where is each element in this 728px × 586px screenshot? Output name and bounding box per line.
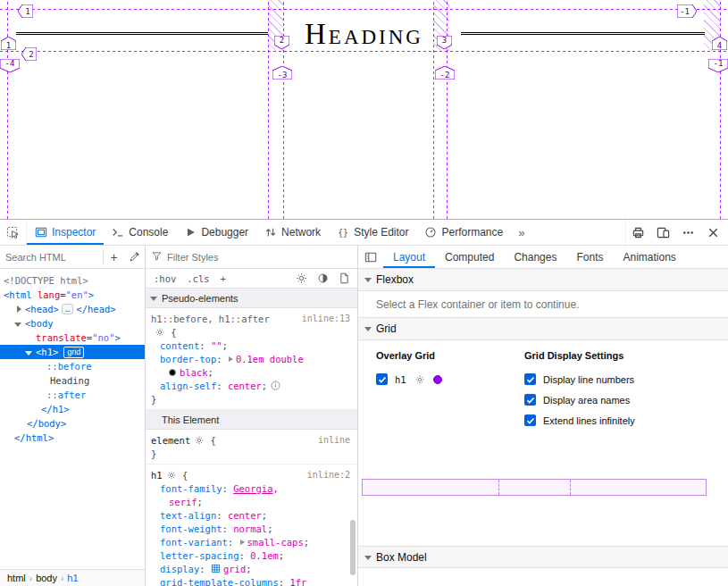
code-prop[interactable]: align-self xyxy=(160,381,216,391)
code-val[interactable]: small-caps xyxy=(247,537,304,548)
code-val[interactable]: 0.1em xyxy=(250,550,279,561)
css-rule-line[interactable]: { xyxy=(146,325,357,339)
code-sel[interactable]: h1 xyxy=(151,470,163,481)
markup-node[interactable]: </html> xyxy=(0,431,145,445)
code-prop[interactable]: content xyxy=(160,340,199,351)
print-media-simulation-icon[interactable] xyxy=(334,270,354,288)
code-sel-muted[interactable]: h1::before, h1::after xyxy=(151,314,270,324)
code-val[interactable]: , xyxy=(272,483,278,494)
css-rule-line[interactable]: black; xyxy=(146,365,357,379)
twisty-icon[interactable] xyxy=(14,320,22,328)
info-icon[interactable] xyxy=(271,381,280,390)
breadcrumb-item-h1[interactable]: h1 xyxy=(67,573,78,583)
markup-node[interactable]: translate="no"> xyxy=(0,331,145,345)
css-rule-line[interactable]: } xyxy=(146,392,357,406)
search-html-input[interactable] xyxy=(0,252,103,263)
toggle-cls[interactable]: .cls xyxy=(182,272,213,286)
markup-node[interactable]: </body> xyxy=(0,416,145,431)
css-rule-line[interactable]: serif; xyxy=(146,495,357,508)
code-val[interactable]: grid xyxy=(223,564,246,574)
css-rule-line[interactable]: border-top: 0.1em double xyxy=(146,352,357,365)
code-val[interactable]: serif xyxy=(169,497,197,507)
markup-node[interactable]: <h1>grid xyxy=(0,345,145,359)
element-picker-icon[interactable] xyxy=(0,220,27,245)
grid-outline-preview[interactable] xyxy=(362,479,707,496)
css-rule-line[interactable]: letter-spacing: 0.1em; xyxy=(146,548,357,562)
css-rule-line[interactable]: font-weight: normal; xyxy=(146,522,357,535)
markup-node[interactable]: ::before xyxy=(0,359,145,373)
tab-computed[interactable]: Computed xyxy=(435,246,504,268)
code-ellipsis[interactable]: … xyxy=(62,304,73,314)
tab-layout[interactable]: Layout xyxy=(383,246,435,268)
checkbox-checked[interactable] xyxy=(524,373,536,385)
markup-node[interactable]: Heading xyxy=(0,373,145,388)
code-pseudo[interactable]: ::before xyxy=(46,361,92,372)
markup-node[interactable]: <body xyxy=(0,316,145,331)
code-val[interactable]: 0.1em double xyxy=(236,354,304,364)
tab-network[interactable]: Network xyxy=(256,220,329,245)
selector-highlighter-icon[interactable] xyxy=(194,435,205,446)
code-prop[interactable]: border-top xyxy=(160,354,216,364)
code-prop[interactable]: grid-template-columns xyxy=(160,577,279,586)
css-rule-line[interactable]: text-align: center; xyxy=(146,508,357,522)
selector-highlighter-icon[interactable] xyxy=(166,470,177,481)
box-model-section-header[interactable]: Box Model xyxy=(358,546,728,568)
markup-node[interactable]: <html lang="en"> xyxy=(0,288,145,302)
screenshot-icon[interactable] xyxy=(626,221,649,244)
css-rule-line[interactable]: element {inline xyxy=(146,433,357,447)
grid-section-header[interactable]: Grid xyxy=(358,318,728,340)
close-devtools-icon[interactable] xyxy=(701,221,724,244)
eyedropper-icon[interactable] xyxy=(124,247,145,268)
css-rule-line[interactable]: font-family: Georgia, xyxy=(146,481,357,495)
twisty-icon[interactable] xyxy=(14,306,22,314)
code-prop[interactable]: font-family xyxy=(160,483,222,494)
markup-node[interactable]: <head>…</head> xyxy=(0,302,145,316)
code-prop[interactable]: letter-spacing xyxy=(160,550,239,561)
toggle-hov[interactable]: :hov xyxy=(149,272,180,286)
grid-settings-gear-icon[interactable] xyxy=(414,374,425,385)
code-prop[interactable]: display xyxy=(160,564,199,574)
tab-changes[interactable]: Changes xyxy=(504,246,566,268)
tab-inspector[interactable]: Inspector xyxy=(27,220,104,245)
code-prop[interactable]: font-variant xyxy=(160,537,228,548)
dark-color-scheme-icon[interactable] xyxy=(313,270,332,288)
code-link[interactable]: inline:13 xyxy=(302,314,357,323)
expand-panel-icon[interactable] xyxy=(358,246,383,268)
code-val[interactable]: black xyxy=(180,367,208,378)
tab-style-editor[interactable]: {}Style Editor xyxy=(329,220,416,245)
tab-console[interactable]: Console xyxy=(104,220,176,245)
scrollbar-thumb[interactable] xyxy=(350,520,356,575)
filter-styles-input[interactable] xyxy=(167,252,352,263)
add-node-button[interactable]: + xyxy=(104,247,124,268)
markup-node[interactable]: </h1> xyxy=(0,402,145,416)
code-prop[interactable]: text-align xyxy=(160,510,216,521)
tab-performance[interactable]: Performance xyxy=(416,220,511,245)
light-color-scheme-icon[interactable] xyxy=(291,270,311,288)
code-val[interactable]: 1fr xyxy=(289,577,306,586)
expand-shorthand-icon[interactable] xyxy=(229,356,233,362)
css-rule-line[interactable]: h1 {inline:2 xyxy=(146,468,357,481)
code-link[interactable]: inline xyxy=(318,435,357,445)
markup-node[interactable]: <!DOCTYPE html> xyxy=(0,273,145,288)
css-rule-line[interactable]: align-self: center; xyxy=(146,379,357,392)
responsive-design-mode-icon[interactable] xyxy=(651,221,674,244)
code-val[interactable]: center xyxy=(228,510,262,521)
css-rule-line[interactable]: } xyxy=(146,447,357,460)
code-sel[interactable]: element xyxy=(151,435,190,446)
breadcrumb-item-body[interactable]: body xyxy=(36,573,57,583)
grid-toggle-icon[interactable] xyxy=(211,564,221,573)
css-rule-line[interactable]: grid-template-columns: 1fr xyxy=(146,575,357,586)
code-val[interactable]: center xyxy=(228,381,262,391)
flexbox-section-header[interactable]: Flexbox xyxy=(358,269,728,291)
css-rule-line[interactable]: font-variant: small-caps; xyxy=(146,535,357,548)
toggle-[interactable]: + xyxy=(216,272,230,286)
code-link[interactable]: inline:2 xyxy=(307,470,357,480)
code-badge[interactable]: grid xyxy=(63,347,84,358)
css-rule-line[interactable]: display: grid; xyxy=(146,562,357,575)
tab-fonts[interactable]: Fonts xyxy=(566,246,613,268)
checkbox-checked[interactable] xyxy=(376,373,388,385)
selector-highlighter-icon[interactable] xyxy=(155,327,165,338)
tab-overflow-button[interactable]: » xyxy=(511,220,531,245)
color-swatch-black[interactable] xyxy=(169,369,176,376)
twisty-icon[interactable] xyxy=(25,348,33,356)
